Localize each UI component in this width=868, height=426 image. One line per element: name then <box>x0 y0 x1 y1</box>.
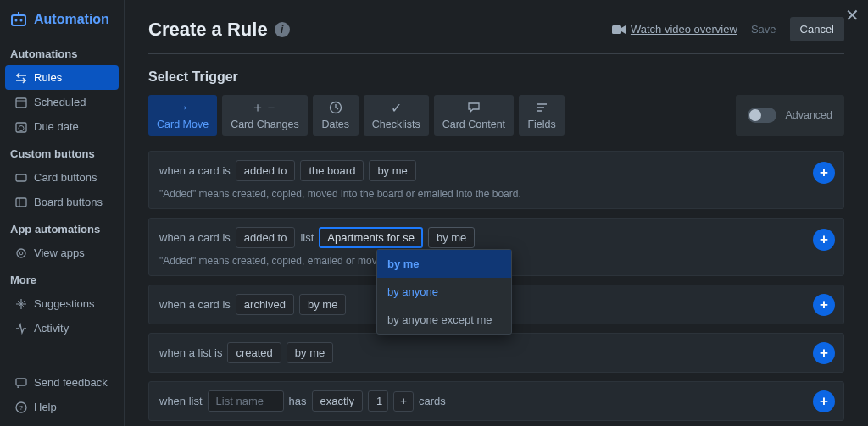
sidebar-item-scheduled[interactable]: Scheduled <box>5 90 119 114</box>
pill-actor[interactable]: by me <box>287 342 333 363</box>
increment-button[interactable]: + <box>393 391 414 412</box>
tab-checklists[interactable]: ✓ Checklists <box>364 95 429 136</box>
trigger-text: when a card is <box>159 298 231 311</box>
sidebar-item-label: Activity <box>34 322 69 335</box>
add-trigger-button[interactable]: + <box>813 229 835 251</box>
speech-icon <box>467 100 481 115</box>
info-icon[interactable]: i <box>275 22 290 37</box>
clock-calendar-icon <box>15 121 27 133</box>
pill-actor[interactable]: by me <box>299 294 346 315</box>
trigger-text: when a card is <box>159 231 231 244</box>
sidebar-item-label: Help <box>34 401 57 413</box>
sidebar-item-label: Due date <box>34 120 79 133</box>
svg-text:?: ? <box>19 404 24 412</box>
svg-rect-9 <box>16 198 26 207</box>
trigger-text: list <box>300 231 314 244</box>
card-icon <box>15 172 27 184</box>
tab-label: Checklists <box>372 119 420 130</box>
check-icon: ✓ <box>391 100 402 115</box>
svg-rect-13 <box>16 379 26 385</box>
tab-card-move[interactable]: → Card Move <box>148 95 217 136</box>
pill-target[interactable]: the board <box>300 160 364 181</box>
advanced-toggle[interactable] <box>748 108 776 123</box>
activity-icon <box>15 323 27 335</box>
arrow-right-icon: → <box>176 100 190 115</box>
count-input[interactable]: 1 <box>368 390 388 412</box>
board-icon <box>15 196 27 208</box>
tab-label: Card Content <box>442 119 505 130</box>
cancel-button[interactable]: Cancel <box>790 17 844 41</box>
dropdown-option[interactable]: by anyone <box>377 278 511 306</box>
trigger-row: when a card is added to the board by me … <box>148 151 844 209</box>
sidebar-item-rules[interactable]: Rules <box>5 65 119 90</box>
section-title: Select Trigger <box>148 69 844 85</box>
list-name-input[interactable]: List name <box>208 390 284 412</box>
actor-dropdown: by me by anyone by anyone except me <box>376 249 512 335</box>
tab-fields[interactable]: Fields <box>519 95 565 136</box>
tab-dates[interactable]: Dates <box>313 95 359 136</box>
sidebar-item-label: Rules <box>34 71 62 84</box>
list-name-input[interactable]: Apartments for se <box>319 227 423 248</box>
sidebar-section-automations: Automations <box>0 39 124 65</box>
robot-icon <box>10 12 27 27</box>
pill-action[interactable]: added to <box>236 227 296 248</box>
sidebar-item-label: Board buttons <box>34 196 103 208</box>
rules-icon <box>15 72 27 84</box>
sidebar-item-label: View apps <box>34 246 85 259</box>
pill-comparator[interactable]: exactly <box>312 390 363 412</box>
sidebar: Automation Automations Rules Scheduled D… <box>0 0 125 426</box>
calendar-icon <box>15 97 27 108</box>
clock-icon <box>329 100 342 115</box>
save-button: Save <box>748 18 780 41</box>
sidebar-item-view-apps[interactable]: View apps <box>5 241 119 265</box>
sidebar-item-activity[interactable]: Activity <box>5 316 119 340</box>
page-title: Create a Rule <box>148 19 268 41</box>
sidebar-item-help[interactable]: ? Help <box>5 395 119 419</box>
gear-icon <box>15 247 27 259</box>
dropdown-option[interactable]: by anyone except me <box>377 306 511 334</box>
tab-card-content[interactable]: Card Content <box>434 95 514 136</box>
feedback-icon <box>15 377 27 389</box>
trigger-text: when list <box>159 395 203 407</box>
dropdown-option[interactable]: by me <box>377 250 511 278</box>
plus-minus-icon: ＋－ <box>251 100 278 115</box>
sidebar-section-more: More <box>0 265 124 291</box>
trigger-row: when a list is created by me + <box>148 333 844 373</box>
svg-point-2 <box>20 19 23 22</box>
sidebar-item-card-buttons[interactable]: Card buttons <box>5 165 119 190</box>
divider <box>148 53 844 54</box>
pill-action[interactable]: archived <box>236 294 294 315</box>
fields-icon <box>535 100 548 115</box>
brand: Automation <box>0 3 124 39</box>
svg-rect-16 <box>612 25 621 34</box>
video-overview-link[interactable]: Watch video overview <box>612 23 737 36</box>
svg-point-1 <box>15 19 18 22</box>
svg-rect-4 <box>16 98 26 108</box>
sidebar-item-label: Scheduled <box>34 96 86 108</box>
trigger-tabs: → Card Move ＋－ Card Changes Dates ✓ Chec… <box>148 95 844 136</box>
svg-rect-0 <box>12 15 25 25</box>
sidebar-item-board-buttons[interactable]: Board buttons <box>5 190 119 214</box>
svg-point-7 <box>19 125 24 130</box>
trigger-text: cards <box>419 395 446 407</box>
pill-action[interactable]: added to <box>236 160 296 181</box>
pill-action[interactable]: created <box>227 342 281 363</box>
add-trigger-button[interactable]: + <box>813 294 835 316</box>
add-trigger-button[interactable]: + <box>813 342 835 364</box>
svg-point-11 <box>17 249 25 257</box>
trigger-list: when a card is added to the board by me … <box>148 151 844 421</box>
sidebar-item-label: Send feedback <box>34 376 108 389</box>
sidebar-item-send-feedback[interactable]: Send feedback <box>5 370 119 395</box>
close-button[interactable]: ✕ <box>845 5 860 25</box>
pill-actor[interactable]: by me <box>369 160 415 181</box>
sidebar-item-due-date[interactable]: Due date <box>5 114 119 139</box>
add-trigger-button[interactable]: + <box>813 390 835 412</box>
video-link-label: Watch video overview <box>631 23 737 36</box>
tab-label: Fields <box>527 119 555 130</box>
sidebar-item-suggestions[interactable]: Suggestions <box>5 291 119 316</box>
tab-card-changes[interactable]: ＋－ Card Changes <box>222 95 308 136</box>
trigger-row: when a card is added to list Apartments … <box>148 218 844 276</box>
add-trigger-button[interactable]: + <box>813 162 835 184</box>
pill-actor[interactable]: by me <box>428 227 475 248</box>
brand-name: Automation <box>34 12 109 27</box>
